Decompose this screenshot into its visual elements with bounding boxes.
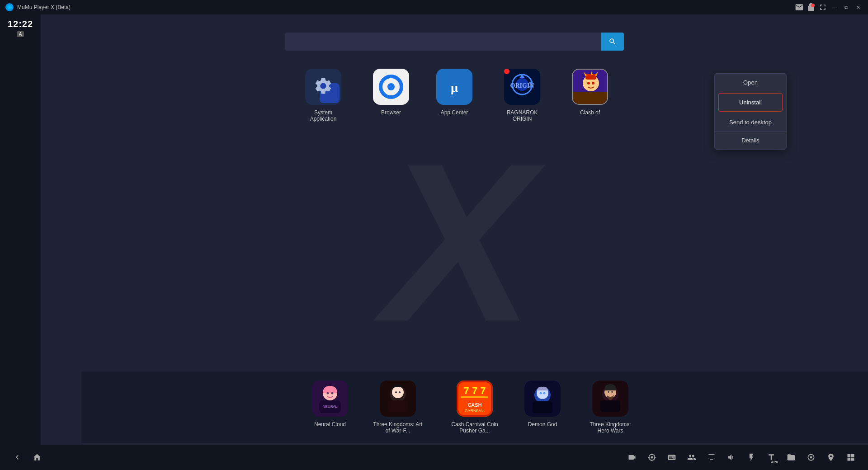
multiplay-btn[interactable] — [684, 449, 700, 465]
ime-badge: A — [17, 31, 24, 37]
bottom-shelf: NEURAL Neural Cloud Three Kingdoms: — [81, 371, 868, 443]
app-title: MuMu Player X (Beta) — [17, 4, 795, 10]
shelf-three-kingdoms-aow[interactable]: Three Kingdoms: Art of War-F... — [371, 381, 425, 434]
browser-dot — [387, 83, 395, 90]
search-button[interactable] — [601, 33, 624, 51]
location-btn[interactable] — [823, 449, 839, 465]
app-ragnarok[interactable]: ORIGIN RAGNAROK ORIGIN — [500, 69, 545, 122]
three-kingdoms-aow-icon — [380, 381, 416, 417]
title-bar: MuMu Player X (Beta) — ⧉ ✕ — [0, 0, 868, 14]
context-details[interactable]: Details — [715, 132, 786, 149]
mu-logo-icon: μ — [442, 75, 467, 99]
browser-icon — [373, 69, 409, 105]
system-app-icon — [305, 69, 341, 105]
svg-point-46 — [611, 391, 613, 393]
svg-point-16 — [587, 82, 590, 85]
display-btn[interactable] — [703, 449, 720, 465]
context-send-desktop[interactable]: Send to desktop — [715, 113, 786, 131]
three-kingdoms-hw-label: Three Kingdoms: Hero Wars — [583, 421, 637, 434]
svg-point-21 — [331, 392, 334, 395]
ragnarok-icon-container: ORIGIN — [504, 69, 540, 105]
restore-btn[interactable]: ⧉ — [842, 3, 851, 12]
shelf-cash-carnival[interactable]: 7 7 7 CASH CARNIVAL Cash Carnival Coin P… — [448, 381, 502, 434]
search-container — [41, 14, 868, 51]
close-btn[interactable]: ✕ — [854, 3, 863, 12]
app-browser[interactable]: Browser — [373, 69, 409, 122]
context-menu: Open Uninstall Send to desktop Details — [714, 73, 787, 150]
toolbar-nav — [9, 449, 45, 465]
three-kingdoms-hw-icon — [592, 381, 628, 417]
ragnarok-icon: ORIGIN — [504, 69, 540, 105]
svg-point-55 — [810, 456, 812, 459]
svg-point-40 — [543, 392, 546, 395]
ragnarok-label: RAGNAROK ORIGIN — [500, 109, 545, 122]
svg-point-20 — [327, 392, 329, 395]
badge-btn[interactable] — [807, 3, 816, 12]
back-button[interactable] — [9, 449, 25, 465]
app-logo — [5, 3, 14, 11]
svg-text:CARNIVAL: CARNIVAL — [465, 409, 485, 413]
video-btn[interactable] — [624, 449, 640, 465]
multiwindow-btn[interactable] — [843, 449, 859, 465]
main-area: X System Application — [41, 14, 868, 470]
cash-carnival-icon: 7 7 7 CASH CARNIVAL — [457, 381, 493, 417]
context-open[interactable]: Open — [715, 74, 786, 91]
browser-ring — [379, 75, 403, 99]
svg-point-49 — [651, 456, 653, 459]
svg-text:7 7 7: 7 7 7 — [464, 385, 486, 396]
three-kingdoms-aow-label: Three Kingdoms: Art of War-F... — [371, 421, 425, 434]
window-controls: — ⧉ ✕ — [795, 3, 863, 12]
context-uninstall[interactable]: Uninstall — [718, 93, 783, 112]
svg-point-28 — [399, 391, 401, 393]
shelf-neural-cloud[interactable]: NEURAL Neural Cloud — [312, 381, 348, 434]
minimize-btn[interactable]: — — [830, 3, 839, 12]
shelf-three-kingdoms-hw[interactable]: Three Kingdoms: Hero Wars — [583, 381, 637, 434]
circle-btn[interactable] — [803, 449, 819, 465]
bottom-toolbar: APK — [0, 445, 868, 470]
appcenter-label: App Center — [441, 109, 468, 116]
svg-point-27 — [395, 391, 397, 393]
watermark-x: X — [383, 113, 525, 372]
clash-icon — [572, 69, 608, 105]
system-app-label: System Application — [301, 109, 346, 122]
neural-cloud-label: Neural Cloud — [314, 421, 346, 428]
shelf-demon-god[interactable]: Demon God — [524, 381, 561, 434]
svg-text:NEURAL: NEURAL — [323, 404, 338, 409]
svg-rect-41 — [533, 401, 552, 413]
app-clash[interactable]: Clash of — [572, 69, 608, 122]
files-btn[interactable] — [783, 449, 799, 465]
cash-carnival-label: Cash Carnival Coin Pusher Ga... — [448, 421, 502, 434]
sidebar: 12:22 A — [0, 14, 41, 470]
ragnarok-status-dot — [504, 69, 509, 74]
clash-label: Clash of — [580, 109, 600, 116]
svg-text:CASH: CASH — [467, 402, 481, 408]
svg-point-17 — [592, 82, 594, 85]
svg-point-26 — [392, 386, 404, 398]
volume-btn[interactable] — [723, 449, 740, 465]
svg-rect-47 — [600, 400, 620, 412]
expand-btn[interactable] — [818, 3, 827, 12]
svg-point-39 — [540, 392, 542, 395]
svg-text:μ: μ — [451, 80, 458, 94]
notifications-btn[interactable] — [795, 3, 804, 12]
toolbar-tools: APK — [624, 449, 859, 465]
browser-label: Browser — [381, 109, 401, 116]
svg-point-45 — [608, 391, 609, 393]
app-system-application[interactable]: System Application — [301, 69, 346, 122]
gear-icon — [313, 76, 333, 98]
keyboard-btn[interactable] — [664, 449, 680, 465]
neural-cloud-icon: NEURAL — [312, 381, 348, 417]
app-appcenter[interactable]: μ App Center — [436, 69, 472, 122]
svg-rect-33 — [461, 396, 488, 398]
home-button[interactable] — [29, 449, 45, 465]
apk-btn[interactable]: APK — [763, 449, 779, 465]
time-display: 12:22 — [8, 19, 33, 29]
demon-god-icon — [524, 381, 561, 417]
turbo-btn[interactable] — [743, 449, 760, 465]
target-btn[interactable] — [644, 449, 660, 465]
demon-god-label: Demon God — [528, 421, 557, 428]
svg-rect-10 — [573, 92, 608, 105]
search-input[interactable] — [285, 33, 601, 51]
svg-rect-29 — [388, 400, 408, 412]
appcenter-icon: μ — [436, 69, 472, 105]
